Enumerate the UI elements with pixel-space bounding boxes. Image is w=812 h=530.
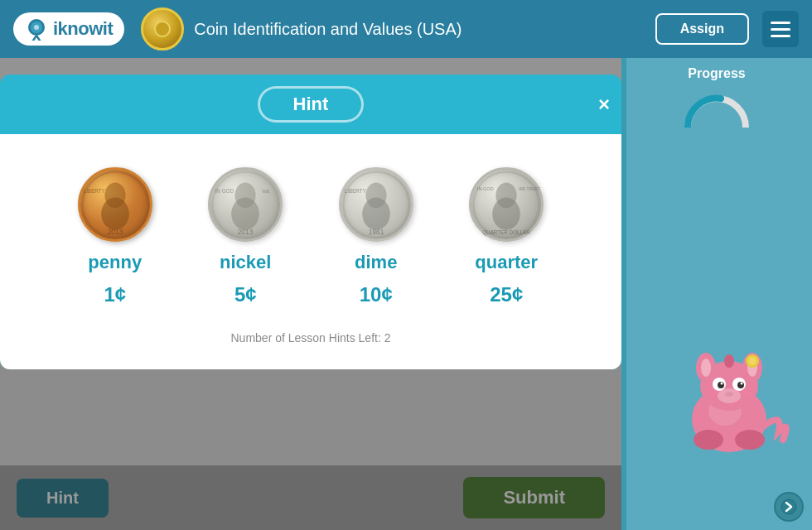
svg-text:2013: 2013 [238, 228, 254, 236]
svg-point-34 [701, 359, 711, 377]
main-area: 🔊 What is the value of the coin shown? H… [0, 58, 812, 530]
svg-point-40 [721, 383, 723, 385]
svg-point-29 [735, 430, 765, 450]
penny-value: 1¢ [104, 283, 126, 306]
coin-badge-inner [154, 21, 171, 37]
svg-point-45 [741, 388, 754, 397]
nickel-face-svg: 2013 IN GOD WE [210, 170, 280, 239]
svg-point-44 [704, 388, 718, 397]
svg-text:LIBERTY: LIBERTY [344, 188, 366, 194]
hint-tab-label: Hint [258, 86, 365, 123]
nickel-name: nickel [220, 252, 271, 273]
header: iknowit Coin Identification and Values (… [0, 0, 812, 58]
menu-button[interactable] [762, 11, 799, 47]
svg-point-49 [781, 499, 796, 514]
svg-text:LIBERTY: LIBERTY [83, 188, 105, 194]
svg-point-18 [365, 182, 386, 208]
svg-text:WE TRUST: WE TRUST [520, 187, 540, 191]
svg-point-28 [694, 430, 723, 450]
hint-modal: Hint × [0, 75, 621, 369]
svg-point-4 [34, 25, 39, 30]
progress-arc [684, 86, 750, 128]
right-panel: Progress [621, 58, 812, 530]
svg-text:WE: WE [263, 189, 270, 194]
mascot-area [663, 311, 812, 464]
hints-left-text: Number of Lesson Hints Left: 2 [17, 331, 605, 353]
quarter-name: quarter [475, 252, 538, 273]
hint-modal-header: Hint × [0, 75, 621, 134]
svg-text:IN GOD: IN GOD [477, 186, 494, 191]
quarter-face-svg: QUARTER DOLLAR IN GOD WE TRUST [471, 170, 541, 239]
penny-face-svg: 2013 LIBERTY [80, 170, 150, 239]
svg-point-7 [104, 182, 125, 208]
quarter-coin-visual: QUARTER DOLLAR IN GOD WE TRUST [469, 167, 544, 242]
penny-coin-visual: 2013 LIBERTY [78, 167, 152, 242]
header-coin-badge [141, 7, 184, 51]
arrow-right-icon [781, 499, 797, 515]
progress-label: Progress [688, 66, 745, 81]
dime-coin-visual: 1961 LIBERTY [339, 167, 413, 242]
svg-point-41 [741, 383, 743, 385]
svg-point-12 [235, 182, 256, 208]
hamburger-line-1 [771, 22, 790, 24]
coins-grid: 2013 LIBERTY penny 1¢ [17, 159, 605, 323]
header-title: Coin Identification and Values (USA) [194, 20, 645, 39]
dime-value: 10¢ [360, 283, 393, 306]
nav-arrow-button[interactable] [774, 492, 804, 522]
svg-point-23 [496, 182, 517, 208]
content-panel: 🔊 What is the value of the coin shown? H… [0, 58, 621, 530]
coin-item-nickel: 2013 IN GOD WE nickel 5¢ [208, 167, 283, 306]
hamburger-line-3 [771, 35, 790, 37]
assign-button[interactable]: Assign [655, 13, 749, 45]
mascot-svg [663, 311, 795, 460]
dime-face-svg: 1961 LIBERTY [341, 170, 411, 239]
hint-modal-body: 2013 LIBERTY penny 1¢ [0, 134, 621, 369]
svg-point-43 [718, 388, 741, 403]
logo-area: iknowit [13, 12, 124, 46]
hamburger-line-2 [771, 28, 790, 31]
svg-text:IN GOD: IN GOD [215, 188, 234, 194]
panel-divider [621, 58, 626, 530]
svg-point-48 [748, 357, 756, 365]
svg-text:QUARTER DOLLAR: QUARTER DOLLAR [482, 229, 530, 236]
modal-overlay: Hint × [0, 58, 621, 530]
quarter-value: 25¢ [490, 283, 523, 306]
svg-text:1961: 1961 [368, 228, 384, 236]
svg-text:2013: 2013 [107, 228, 123, 236]
nickel-coin-visual: 2013 IN GOD WE [208, 167, 283, 242]
svg-point-46 [724, 354, 734, 368]
penny-name: penny [88, 252, 142, 273]
coin-item-dime: 1961 LIBERTY dime 10¢ [339, 167, 413, 306]
coin-item-penny: 2013 LIBERTY penny 1¢ [78, 167, 152, 306]
dime-name: dime [355, 252, 397, 273]
logo-text: iknowit [53, 18, 113, 40]
svg-line-3 [36, 36, 40, 41]
coin-item-quarter: QUARTER DOLLAR IN GOD WE TRUST quarter 2… [469, 167, 544, 306]
hint-close-button[interactable]: × [598, 94, 610, 114]
nickel-value: 5¢ [234, 283, 257, 306]
logo-icon [25, 17, 48, 41]
